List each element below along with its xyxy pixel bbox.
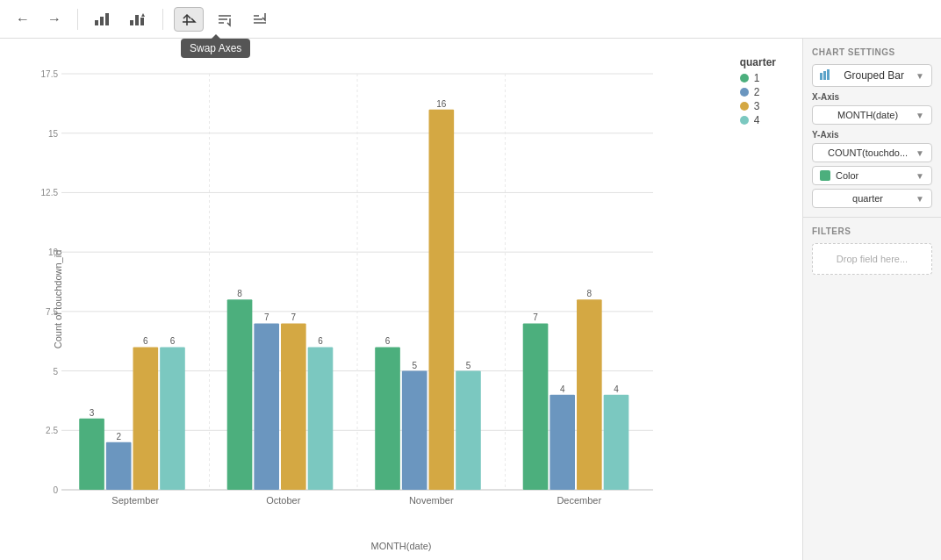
- color-expand-arrow[interactable]: ▼: [916, 171, 924, 181]
- x-axis-selector[interactable]: MONTH(date) ▼: [812, 105, 932, 125]
- drop-field-placeholder: Drop field here...: [837, 254, 908, 264]
- svg-text:2: 2: [116, 432, 121, 442]
- chart-type-label: Grouped Bar: [837, 69, 910, 82]
- svg-rect-49: [375, 347, 400, 490]
- svg-rect-4: [135, 15, 139, 25]
- svg-text:7: 7: [291, 312, 297, 322]
- bar-chart-icon: [94, 11, 111, 27]
- svg-rect-32: [106, 442, 132, 490]
- svg-rect-41: [254, 323, 279, 490]
- x-axis-value: MONTH(date): [820, 110, 916, 120]
- chart-type-button[interactable]: [124, 8, 152, 31]
- chart-type-arrow: ▼: [916, 71, 924, 81]
- svg-rect-34: [133, 347, 159, 490]
- sort-asc-button[interactable]: [211, 8, 239, 31]
- back-button[interactable]: ←: [11, 8, 35, 31]
- filters-section: FILTERS Drop field here...: [803, 217, 941, 284]
- y-axis-selector[interactable]: COUNT(touchdo... ▼: [812, 143, 932, 162]
- main-area: Count of touchdown_id quarter 1 2 3 4: [0, 39, 941, 560]
- svg-text:November: November: [409, 495, 454, 506]
- svg-rect-51: [402, 371, 427, 490]
- svg-rect-53: [429, 110, 455, 490]
- y-axis-arrow: ▼: [916, 148, 924, 158]
- color-swatch: [820, 170, 830, 181]
- back-icon: ←: [16, 11, 30, 27]
- svg-text:3: 3: [90, 408, 95, 418]
- sort-desc-button[interactable]: [246, 8, 274, 31]
- svg-rect-2: [105, 13, 109, 25]
- color-value: quarter: [820, 193, 916, 204]
- svg-text:5: 5: [412, 361, 417, 370]
- svg-text:4: 4: [614, 384, 619, 394]
- svg-rect-70: [823, 71, 826, 80]
- forward-icon: →: [47, 11, 61, 27]
- svg-text:6: 6: [143, 336, 148, 346]
- svg-text:5: 5: [466, 361, 471, 370]
- svg-text:6: 6: [318, 336, 323, 346]
- svg-marker-6: [141, 13, 145, 17]
- svg-text:6: 6: [170, 336, 176, 346]
- chart-type-icon: [129, 11, 147, 27]
- svg-text:8: 8: [587, 289, 593, 298]
- svg-rect-3: [130, 20, 133, 25]
- svg-rect-1: [100, 17, 104, 25]
- svg-rect-61: [550, 395, 575, 490]
- svg-rect-59: [523, 323, 549, 490]
- svg-rect-63: [577, 299, 602, 490]
- svg-rect-71: [827, 69, 830, 80]
- filter-drop-zone[interactable]: Drop field here...: [812, 243, 932, 275]
- toolbar-separator-2: [162, 9, 163, 30]
- x-axis-section-label: X-Axis: [812, 92, 932, 102]
- svg-text:15: 15: [48, 129, 59, 139]
- sort-asc-icon: [216, 11, 233, 27]
- x-axis-label: MONTH(date): [370, 541, 431, 551]
- svg-text:September: September: [111, 495, 159, 506]
- svg-text:7: 7: [264, 312, 269, 322]
- chart-svg: 02.557.51012.51517.53266September8776Oct…: [53, 56, 785, 507]
- chart-container: 02.557.51012.51517.53266September8776Oct…: [53, 56, 785, 507]
- x-axis-arrow: ▼: [916, 111, 924, 120]
- svg-text:7: 7: [533, 312, 538, 322]
- right-panel: CHART SETTINGS Grouped Bar ▼ X-Axis MONT…: [802, 39, 941, 560]
- svg-text:6: 6: [385, 336, 391, 346]
- svg-text:16: 16: [436, 99, 447, 109]
- chart-view-button[interactable]: [89, 8, 117, 31]
- filters-title: FILTERS: [812, 226, 932, 236]
- svg-text:4: 4: [560, 384, 565, 394]
- sort-desc-icon: [251, 11, 269, 27]
- chart-area: Count of touchdown_id quarter 1 2 3 4: [0, 39, 802, 560]
- forward-button[interactable]: →: [42, 8, 67, 31]
- toolbar-separator-1: [77, 9, 78, 30]
- svg-text:5: 5: [53, 367, 58, 377]
- svg-text:8: 8: [237, 289, 242, 298]
- color-value-arrow: ▼: [916, 194, 924, 204]
- svg-text:12.5: 12.5: [41, 188, 59, 197]
- svg-rect-69: [820, 73, 822, 80]
- svg-rect-45: [308, 347, 334, 490]
- toolbar: ← →: [0, 0, 941, 39]
- svg-rect-65: [604, 395, 629, 490]
- svg-text:0: 0: [53, 485, 58, 495]
- svg-text:17.5: 17.5: [41, 69, 59, 79]
- svg-rect-0: [95, 20, 98, 25]
- svg-text:7.5: 7.5: [46, 307, 58, 317]
- svg-text:October: October: [266, 495, 300, 506]
- svg-rect-36: [160, 347, 185, 490]
- color-value-selector[interactable]: quarter ▼: [812, 189, 932, 208]
- svg-rect-30: [79, 419, 104, 490]
- svg-rect-43: [281, 323, 306, 490]
- chart-settings-title: CHART SETTINGS: [812, 47, 932, 57]
- color-label: Color: [836, 170, 910, 181]
- chart-settings-section: CHART SETTINGS Grouped Bar ▼ X-Axis MONT…: [803, 39, 941, 217]
- swap-axes-button[interactable]: [174, 7, 204, 32]
- svg-text:2.5: 2.5: [46, 426, 58, 435]
- svg-rect-55: [456, 371, 481, 490]
- swap-axes-icon: [180, 11, 198, 27]
- chart-type-selector[interactable]: Grouped Bar ▼: [812, 64, 932, 87]
- grouped-bar-icon: [820, 68, 832, 83]
- svg-text:December: December: [557, 495, 601, 506]
- svg-rect-5: [140, 18, 144, 25]
- y-axis-value: COUNT(touchdo...: [820, 147, 916, 158]
- svg-rect-39: [227, 299, 253, 490]
- y-axis-section-label: Y-Axis: [812, 130, 932, 140]
